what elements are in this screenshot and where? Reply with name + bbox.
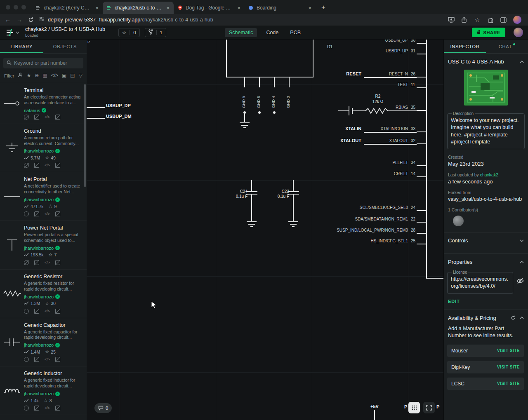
capacitor-plate[interactable]	[288, 191, 299, 192]
browser-tab-1[interactable]: chaykak2 (Kerry Chayka) - Flux ×	[32, 2, 103, 14]
ic-body-edge[interactable]	[426, 278, 443, 279]
grid-filter-icon[interactable]: ▦	[42, 73, 47, 78]
simulation-icon[interactable]	[24, 115, 29, 120]
ic-pin[interactable]: PLLFILT34	[87, 160, 427, 166]
wire[interactable]	[338, 110, 349, 111]
list-item-net-portal[interactable]: Net Portal A net identifier used to crea…	[0, 172, 87, 221]
layers-filter-icon[interactable]: ▣	[62, 73, 66, 78]
tab-close-icon[interactable]: ×	[94, 5, 99, 11]
omnibox[interactable]: deploy-preview-5337--fluxapp.netlify.app…	[39, 16, 444, 23]
tab-chat[interactable]: CHAT	[486, 40, 528, 53]
schematic-canvas[interactable]: P GND 9 GND 5 GND 4 GND 3 USBUP_DP USBUP…	[87, 40, 443, 420]
ic-pin[interactable]: HS_IND/CFG_SEL125	[87, 238, 427, 244]
list-item-generic-inductor[interactable]: Generic Inductor A generic fixed inducto…	[0, 366, 87, 415]
ic-pin[interactable]: SCL/SMBCLK/CFG_SEL024	[87, 205, 427, 211]
ic-pin[interactable]: USBDM_UP30	[87, 40, 427, 43]
visit-site-link[interactable]: VISIT SITE	[497, 381, 520, 386]
sidebar-scrollbar[interactable]	[84, 84, 86, 187]
url-text[interactable]: deploy-preview-5337--fluxapp.netlify.app…	[48, 17, 213, 23]
properties-section-header[interactable]: Properties	[444, 254, 528, 269]
ic-pin[interactable]: USBDP_UP31	[87, 48, 427, 54]
browser-tab-2-active[interactable]: chaykak2/usb-c-to-4-usb-a-h... ×	[103, 2, 174, 14]
list-item-generic-capacitor[interactable]: Generic Capacitor A generic fixed capaci…	[0, 318, 87, 366]
list-item-power-net-portal[interactable]: Power Net Portal Power net portal is a s…	[0, 221, 87, 269]
pcb-icon[interactable]	[34, 260, 39, 265]
visit-site-link[interactable]: VISIT SITE	[497, 365, 520, 369]
minimize-window-icon[interactable]	[14, 5, 18, 9]
pcb-thumbnail[interactable]	[464, 70, 508, 106]
code-icon[interactable]: </>	[45, 406, 50, 411]
star-filter-icon[interactable]: ★	[26, 73, 31, 78]
share-button[interactable]: SHARE	[472, 28, 505, 37]
wire[interactable]	[364, 132, 417, 133]
model-icon[interactable]	[55, 163, 60, 168]
funnel-filter-icon[interactable]: ▽	[79, 73, 82, 78]
code-icon[interactable]: </>	[45, 357, 50, 362]
pcb-icon[interactable]	[34, 309, 39, 314]
code-icon[interactable]: </>	[45, 309, 50, 314]
capacitor-c24-labels[interactable]: C24 0.1u F	[225, 189, 248, 199]
site-info-icon[interactable]	[39, 16, 45, 23]
simulation-icon[interactable]	[24, 163, 29, 168]
capacitor-c23-labels[interactable]: C23 0.1u F	[267, 189, 289, 199]
tab-close-icon[interactable]: ×	[307, 5, 312, 11]
item-author[interactable]: jharwinbarrozo	[24, 391, 54, 396]
tab-close-icon[interactable]: ×	[165, 5, 170, 11]
edit-license-button[interactable]: EDIT	[448, 299, 524, 304]
comments-button[interactable]: 0	[94, 403, 112, 413]
project-section-header[interactable]: USB-C to 4 USB-A Hub	[444, 54, 528, 69]
wire[interactable]	[293, 195, 294, 221]
model-icon[interactable]	[55, 357, 60, 362]
refresh-icon[interactable]	[511, 315, 516, 320]
browser-profile-avatar[interactable]	[513, 16, 521, 24]
star-button[interactable]: ☆ 0	[118, 28, 140, 37]
availability-icon[interactable]	[24, 309, 29, 314]
tab-objects[interactable]: OBJECTS	[43, 40, 87, 53]
code-filter-icon[interactable]: </>	[51, 73, 58, 78]
availability-icon[interactable]	[24, 211, 29, 216]
simulation-icon[interactable]	[24, 260, 29, 265]
resistor-r2-labels[interactable]: R2 12k Ω	[365, 94, 390, 104]
wire[interactable]	[364, 144, 417, 145]
grid-toggle-button[interactable]	[408, 402, 420, 413]
forward-icon[interactable]: →	[16, 16, 23, 23]
wire[interactable]	[353, 110, 365, 111]
board-filter-icon[interactable]: ▤	[70, 73, 75, 78]
vendor-row-lcsc[interactable]: LCSC VISIT SITE	[447, 378, 524, 390]
wire[interactable]	[293, 180, 294, 191]
item-author[interactable]: jharwinbarrozo	[24, 246, 54, 251]
install-app-icon[interactable]	[448, 17, 455, 23]
library-search[interactable]	[3, 58, 83, 68]
new-tab-button[interactable]: +	[318, 2, 329, 13]
net-label-xtalin[interactable]: XTALIN	[334, 126, 361, 131]
ic-pin[interactable]: CRFILT14	[87, 171, 427, 177]
contributor-avatar[interactable]	[453, 216, 464, 226]
flux-logo[interactable]	[5, 28, 15, 38]
close-window-icon[interactable]	[6, 5, 10, 9]
tab-pcb[interactable]: PCB	[288, 28, 303, 37]
net-label-p1[interactable]: P	[404, 404, 407, 409]
last-updated-user[interactable]: chaykak2	[480, 172, 498, 177]
browser-tab-3[interactable]: Dog Tag - Google Maps ×	[174, 2, 245, 14]
net-label-reset[interactable]: RESET	[334, 71, 361, 76]
code-icon[interactable]: </>	[45, 115, 50, 120]
chevron-down-icon[interactable]	[16, 31, 19, 34]
wire[interactable]	[390, 110, 417, 111]
capacitor-plate[interactable]	[246, 191, 257, 192]
ic-pin[interactable]: RESET_N26	[87, 71, 427, 77]
user-filter-icon[interactable]	[18, 73, 23, 79]
item-author[interactable]: jharwinbarrozo	[24, 148, 54, 153]
resistor-r2-symbol[interactable]	[365, 107, 390, 115]
model-icon[interactable]	[55, 406, 60, 411]
capacitor-plate[interactable]	[349, 106, 349, 115]
net-label-p2[interactable]: P	[436, 404, 439, 409]
ground-symbol[interactable]	[288, 221, 299, 229]
share-icon[interactable]	[461, 17, 467, 23]
ic-pin[interactable]: XTALOUT32	[87, 138, 427, 144]
net-label-usbup-dm[interactable]: USBUP_DM	[106, 114, 132, 119]
availability-section-header[interactable]: Availability & Pricing	[444, 310, 528, 325]
item-author[interactable]: jharwinbarrozo	[24, 343, 54, 347]
list-item-terminal[interactable]: Terminal An electrical connector acting …	[0, 83, 87, 124]
junction-dot[interactable]	[258, 111, 261, 114]
availability-icon[interactable]	[24, 406, 29, 411]
